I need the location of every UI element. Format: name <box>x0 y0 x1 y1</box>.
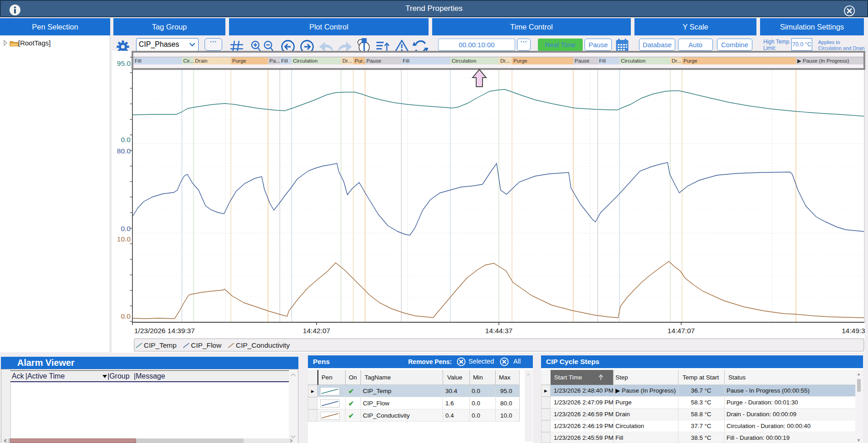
svg-text:Purge: Purge <box>232 58 246 64</box>
svg-text:Dr...: Dr... <box>342 58 352 64</box>
svg-text:Drain: Drain <box>195 58 207 64</box>
svg-text:0.0: 0.0 <box>121 136 131 143</box>
svg-text:Fill: Fill <box>135 58 141 64</box>
svg-text:14:42:07: 14:42:07 <box>303 327 330 335</box>
svg-text:CIP_Flow: CIP_Flow <box>191 341 222 349</box>
svg-text:▶ Pause (In Progress): ▶ Pause (In Progress) <box>797 58 849 64</box>
svg-text:14:44:37: 14:44:37 <box>485 327 512 335</box>
svg-text:Fill: Fill <box>281 58 288 64</box>
svg-text:14:49:37: 14:49:37 <box>842 327 868 335</box>
svg-text:Pause: Pause <box>366 58 381 64</box>
svg-text:0.0: 0.0 <box>121 225 131 232</box>
svg-text:Dr...: Dr... <box>500 58 510 64</box>
svg-text:Cir...: Cir... <box>183 58 194 64</box>
svg-text:Purge: Purge <box>683 58 697 64</box>
svg-text:CIP_Conductivity: CIP_Conductivity <box>236 341 290 349</box>
svg-text:[RootTags]: [RootTags] <box>18 39 51 47</box>
svg-text:14:47:07: 14:47:07 <box>668 327 695 335</box>
svg-text:10.0: 10.0 <box>117 235 131 243</box>
svg-text:Circulation: Circulation <box>621 58 645 64</box>
svg-text:Circulation: Circulation <box>452 58 476 64</box>
svg-text:Pause: Pause <box>575 58 590 64</box>
svg-text:Fill: Fill <box>599 58 606 64</box>
svg-text:Fill: Fill <box>403 58 410 64</box>
svg-text:80.0: 80.0 <box>117 147 131 155</box>
svg-text:1/23/2026 14:39:37: 1/23/2026 14:39:37 <box>134 327 195 335</box>
svg-text:95.0: 95.0 <box>117 59 131 67</box>
svg-text:Purge: Purge <box>513 58 527 64</box>
svg-text:Circulation: Circulation <box>293 58 317 64</box>
svg-text:Pur...: Pur... <box>355 58 367 64</box>
svg-text:CIP_Temp: CIP_Temp <box>144 341 176 349</box>
svg-text:Dr...: Dr... <box>672 58 681 64</box>
svg-text:Pa...: Pa... <box>269 58 280 64</box>
svg-text:0.0: 0.0 <box>121 312 131 320</box>
